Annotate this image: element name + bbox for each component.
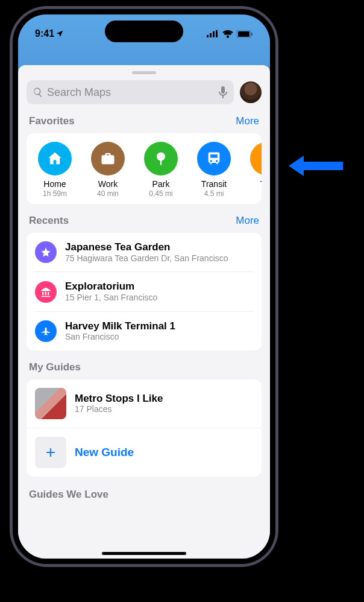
location-icon: [55, 30, 64, 38]
recent-item[interactable]: Harvey Milk Terminal 1 San Francisco: [35, 312, 253, 350]
favorite-transit[interactable]: Transit 4.5 mi: [196, 142, 231, 198]
favorite-work[interactable]: Work 40 min: [90, 142, 125, 198]
recent-item[interactable]: Exploratorium 15 Pier 1, San Francisco: [35, 272, 253, 311]
briefcase-icon: [99, 150, 116, 167]
svg-rect-3: [216, 30, 218, 37]
favorite-home[interactable]: Home 1h 59m: [37, 142, 72, 198]
dynamic-island: [105, 21, 183, 42]
favorites-row[interactable]: Home 1h 59m Work 40 min Park 0.45 mi: [27, 142, 262, 198]
search-input[interactable]: Search Maps: [27, 80, 234, 104]
new-guide-button[interactable]: + New Guide: [27, 428, 262, 477]
recents-title: Recents: [29, 215, 69, 227]
favorite-park[interactable]: Park 0.45 mi: [143, 142, 178, 198]
plus-icon: +: [35, 437, 66, 468]
home-icon: [46, 150, 63, 167]
myguides-card: Metro Stops I Like 17 Places + New Guide: [27, 379, 262, 477]
home-indicator[interactable]: [102, 552, 186, 555]
svg-rect-1: [210, 33, 212, 37]
svg-rect-6: [251, 33, 253, 36]
guide-item[interactable]: Metro Stops I Like 17 Places: [27, 379, 262, 428]
wifi-icon: [222, 30, 233, 38]
airplane-icon: [40, 326, 51, 337]
svg-rect-2: [213, 31, 215, 37]
profile-avatar[interactable]: [240, 81, 262, 103]
search-placeholder: Search Maps: [47, 86, 111, 99]
favorites-card: Home 1h 59m Work 40 min Park 0.45 mi: [27, 133, 262, 204]
guides-we-love-title: Guides We Love: [29, 489, 259, 501]
myguides-title: My Guides: [29, 361, 81, 373]
mic-icon[interactable]: [218, 86, 228, 98]
sheet-grabber[interactable]: [132, 71, 156, 74]
guide-thumbnail: [35, 388, 66, 419]
star-icon: [40, 247, 51, 258]
museum-icon: [40, 287, 51, 297]
svg-rect-0: [207, 35, 209, 37]
cellular-icon: [207, 30, 219, 37]
transit-icon: [206, 150, 222, 167]
favorites-title: Favorites: [29, 115, 75, 127]
search-sheet: Search Maps Favorites More Home 1h 59m: [18, 65, 270, 559]
battery-icon: [237, 30, 253, 38]
iphone-frame: 9:41 Search Maps Favorites M: [10, 6, 278, 567]
recent-item[interactable]: Japanese Tea Garden 75 Hagiwara Tea Gard…: [35, 233, 253, 272]
search-icon: [33, 87, 43, 98]
recents-more-button[interactable]: More: [236, 215, 259, 227]
svg-rect-8: [160, 159, 162, 165]
annotation-arrow-icon: [286, 151, 346, 181]
favorites-more-button[interactable]: More: [236, 115, 259, 127]
svg-rect-5: [238, 31, 249, 37]
tree-icon: [152, 150, 169, 167]
favorite-partial[interactable]: Tea 2: [249, 142, 262, 198]
status-time: 9:41: [35, 28, 54, 39]
recents-card: Japanese Tea Garden 75 Hagiwara Tea Gard…: [27, 233, 262, 350]
